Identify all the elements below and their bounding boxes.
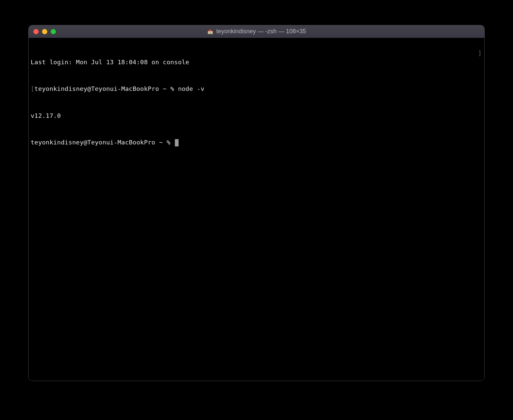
home-folder-icon bbox=[207, 28, 214, 35]
traffic-lights bbox=[33, 29, 56, 34]
last-login-line: Last login: Mon Jul 13 18:04:08 on conso… bbox=[31, 58, 482, 67]
command-line-1: [teyonkindisney@Teyonui-MacBookPro ~ % n… bbox=[31, 85, 482, 94]
close-bracket: ] bbox=[478, 49, 482, 58]
last-login-text: Last login: Mon Jul 13 18:04:08 on conso… bbox=[31, 58, 189, 67]
command-line-2: teyonkindisney@Teyonui-MacBookPro ~ % bbox=[31, 138, 482, 147]
prompt-2: teyonkindisney@Teyonui-MacBookPro ~ % bbox=[31, 138, 174, 147]
window-title-text: teyonkindisney — -zsh — 108×35 bbox=[216, 28, 306, 35]
open-bracket: [ bbox=[31, 85, 34, 94]
cursor bbox=[175, 139, 179, 146]
zoom-button[interactable] bbox=[51, 29, 56, 34]
command-1: node -v bbox=[178, 85, 204, 94]
terminal-window: teyonkindisney — -zsh — 108×35 Last logi… bbox=[28, 25, 485, 381]
output-line-1: v12.17.0 bbox=[31, 111, 482, 120]
minimize-button[interactable] bbox=[42, 29, 47, 34]
window-title: teyonkindisney — -zsh — 108×35 bbox=[207, 28, 306, 35]
svg-rect-0 bbox=[210, 32, 211, 34]
close-button[interactable] bbox=[33, 29, 39, 34]
output-1: v12.17.0 bbox=[31, 111, 61, 120]
prompt-1: teyonkindisney@Teyonui-MacBookPro ~ % bbox=[34, 85, 178, 94]
window-titlebar[interactable]: teyonkindisney — -zsh — 108×35 bbox=[29, 25, 484, 38]
terminal-content[interactable]: Last login: Mon Jul 13 18:04:08 on conso… bbox=[29, 38, 484, 381]
